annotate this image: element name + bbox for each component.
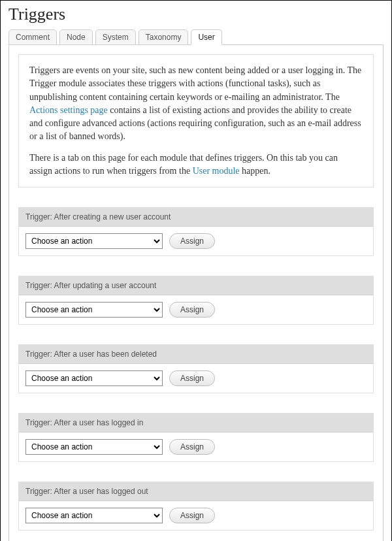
help-text: There is a tab on this page for each mod… [29,153,338,176]
assign-button[interactable]: Assign [169,233,215,249]
tab-node[interactable]: Node [59,29,93,45]
action-select[interactable]: Choose an action [25,302,163,318]
page-title: Triggers [8,5,384,24]
trigger-header: Trigger: After updating a user account [19,276,373,295]
action-select[interactable]: Choose an action [25,439,163,455]
help-paragraph-2: There is a tab on this page for each mod… [29,152,363,178]
actions-settings-link[interactable]: Actions settings page [29,105,108,115]
help-paragraph-1: Triggers are events on your site, such a… [29,64,363,144]
trigger-section: Trigger: After a user has logged in Choo… [18,413,374,462]
trigger-header: Trigger: After a user has logged in [19,414,373,433]
trigger-header: Trigger: After a user has been deleted [19,345,373,364]
trigger-body: Choose an action Assign [19,364,373,393]
trigger-section: Trigger: After updating a user account C… [18,276,374,325]
tabs-bar: Comment Node System Taxonomy User [8,29,384,45]
assign-button[interactable]: Assign [169,302,215,318]
assign-button[interactable]: Assign [169,439,215,455]
assign-button[interactable]: Assign [169,370,215,386]
trigger-section: Trigger: After a user has logged out Cho… [18,482,374,531]
help-text: Triggers are events on your site, such a… [29,65,361,102]
tab-user[interactable]: User [191,29,221,45]
action-select[interactable]: Choose an action [25,508,163,523]
trigger-body: Choose an action Assign [19,295,373,324]
assign-button[interactable]: Assign [169,508,215,523]
trigger-section: Trigger: After a user has been deleted C… [18,344,374,393]
tab-comment[interactable]: Comment [8,29,57,45]
action-select[interactable]: Choose an action [25,233,163,249]
action-select[interactable]: Choose an action [25,370,163,386]
help-box: Triggers are events on your site, such a… [18,54,374,188]
help-text: happen. [240,166,270,176]
tab-taxonomy[interactable]: Taxonomy [139,29,189,45]
trigger-body: Choose an action Assign [19,433,373,461]
tab-system[interactable]: System [95,29,136,45]
trigger-header: Trigger: After creating a new user accou… [19,208,373,227]
trigger-body: Choose an action Assign [19,227,373,255]
trigger-section: Trigger: After creating a new user accou… [18,207,374,256]
trigger-header: Trigger: After a user has logged out [19,482,373,501]
user-module-link[interactable]: User module [193,166,240,176]
trigger-body: Choose an action Assign [19,501,373,530]
triggers-page: Triggers Comment Node System Taxonomy Us… [0,0,392,541]
tab-panel: Triggers are events on your site, such a… [8,44,384,541]
